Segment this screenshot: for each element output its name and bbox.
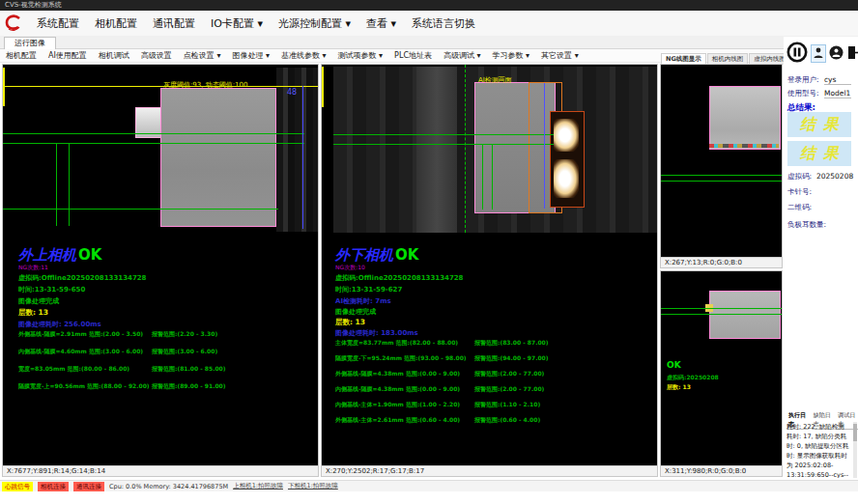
measurement-text: 宽度=83.05mm 范围:(80.00 - 86.00) xyxy=(18,365,129,372)
camera-canvas-left[interactable]: 48 灰度阈值:93, 动态阈值:100 外上相机OK NG次数:11 虚拟码:… xyxy=(3,65,318,467)
small-canvas-2[interactable]: OK 虚拟码:20250208 层数: 13 xyxy=(661,271,782,467)
tab-run-image[interactable]: 运行图像 xyxy=(4,37,56,49)
baseline-line xyxy=(661,314,782,315)
result-ok: OK xyxy=(78,246,101,264)
result-badge-2: 结果 xyxy=(787,141,851,166)
pause-button[interactable] xyxy=(786,42,808,66)
toolbar-camera-config[interactable]: 相机配置 xyxy=(0,50,43,61)
camera-name: 外上相机 xyxy=(18,246,76,264)
small-canvas-1[interactable] xyxy=(661,65,782,259)
edge-line-yellow xyxy=(322,67,324,107)
camera-view-lower-outer[interactable]: AI检测画面 外下相机OK NG次数:10 虚拟码:Offline2025020… xyxy=(321,64,658,477)
operator-button[interactable] xyxy=(829,45,844,63)
baseline-line-vertical xyxy=(492,144,493,210)
menu-item-io-config[interactable]: IO卡配置 ▾ xyxy=(203,14,271,34)
measurement-text: 主体宽度=83.77mm 范围:(82.00 - 88.00) xyxy=(335,339,458,346)
processing-done: 图像处理完成 xyxy=(18,296,59,306)
baseline-line xyxy=(333,134,554,135)
measurement-text: 内侧基线-主体=1.90mm 范围:(1.00 - 2.20) xyxy=(335,401,460,407)
log-scrollbar[interactable] xyxy=(853,422,857,478)
measurement-row: 内侧基线-隔膜=4.38mm 范围:(0.00 - 9.00) 报警范围:(2.… xyxy=(335,385,654,397)
baseline-line xyxy=(3,133,304,134)
camera-connection-badge: 相机连接 xyxy=(38,482,69,491)
baseline-line xyxy=(333,144,554,145)
comm-connection-badge: 通讯连接 xyxy=(73,482,104,491)
tab-strip: 运行图像 xyxy=(0,36,858,49)
threshold-label: 灰度阈值:93, 动态阈值:100 xyxy=(163,80,247,90)
model-value: Model1 xyxy=(824,89,851,98)
measurement-text: 外侧基线-主体=2.61mm 范围:(0.60 - 4.00) xyxy=(335,416,460,423)
login-user-label: 登录用户: xyxy=(787,75,819,85)
toolbar-baseline-params[interactable]: 基准线参数 ▾ xyxy=(275,50,332,61)
menu-item-view[interactable]: 查看 ▾ xyxy=(358,14,404,34)
layer-count: 层数: 13 xyxy=(18,308,48,318)
upper-camera-fault-link[interactable]: 上相机1:拍照故障 xyxy=(233,482,283,490)
toolbar-advanced-settings[interactable]: 高级设置 xyxy=(135,50,178,61)
camera-view-upper-outer[interactable]: 48 灰度阈值:93, 动态阈值:100 外上相机OK NG次数:11 虚拟码:… xyxy=(2,64,319,477)
measure-line-blue xyxy=(302,86,303,229)
baseline-line-vertical xyxy=(56,143,57,226)
measurement-row: 内侧基线-主体=1.90mm 范围:(1.00 - 2.20) 报警范围:(1.… xyxy=(335,401,654,412)
ai-view-label: AI检测画面 xyxy=(478,75,512,85)
qr-code-label: 二维码: xyxy=(787,203,812,212)
exit-button[interactable] xyxy=(846,45,858,63)
toolbar-spot-check[interactable]: 点检设置 ▾ xyxy=(178,50,227,61)
toolbar-test-params[interactable]: 测试项参数 ▾ xyxy=(332,50,389,61)
app-window: CVS-视觉检测系统 系统配置 相机配置 通讯配置 IO卡配置 ▾ 光源控制配置… xyxy=(0,0,858,504)
toolbar-camera-debug[interactable]: 相机调试 xyxy=(93,50,135,61)
result-badge-1: 结果 xyxy=(787,112,851,137)
lower-camera-fault-link[interactable]: 下相机1:拍照故障 xyxy=(288,482,338,490)
camera-result-title: 外上相机OK xyxy=(18,246,101,265)
menu-item-language-switch[interactable]: 系统语言切换 xyxy=(404,14,483,34)
measurement-row: 外侧基线-隔膜=2.91mm 范围:(2.00 - 3.50) 报警范围:(2.… xyxy=(18,330,308,342)
toolbar-advanced-debug[interactable]: 高级调试 ▾ xyxy=(438,50,487,61)
menu-item-camera-config[interactable]: 相机配置 xyxy=(87,14,145,34)
bright-band xyxy=(416,67,457,233)
toolbar-image-processing[interactable]: 图像处理 ▾ xyxy=(226,50,275,61)
capture-time: 时间:13-31-59-650 xyxy=(18,285,85,294)
alarm-range-text: 报警范围:(94.00 - 97.00) xyxy=(474,354,549,363)
camera-image-background xyxy=(276,68,318,232)
roi-rect-product xyxy=(709,291,781,339)
camera-name: 外下相机 xyxy=(335,246,393,264)
measurement-text: 外侧基线-隔膜=2.91mm 范围:(2.00 - 3.50) xyxy=(18,330,143,337)
menu-item-system-config[interactable]: 系统配置 xyxy=(29,14,87,34)
toolbar-learning-params[interactable]: 学习参数 ▾ xyxy=(487,50,536,61)
camera-result-title: 外下相机OK xyxy=(335,246,418,265)
titlebar: CVS-视觉检测系统 xyxy=(0,0,858,11)
pixel-readout-small-2: X:311;Y:980;R:0;G:0;B:0 xyxy=(661,465,782,476)
toolbar-other-settings[interactable]: 其它设置 ▾ xyxy=(535,50,585,61)
small-camera-view-2[interactable]: OK 虚拟码:20250208 层数: 13 X:311;Y:980;R:0;G… xyxy=(660,270,783,477)
log-scrollbar-thumb[interactable] xyxy=(853,424,857,441)
menu-item-light-config[interactable]: 光源控制配置 ▾ xyxy=(271,14,358,34)
measurement-text: 内侧基线-隔膜=4.38mm 范围:(0.00 - 9.00) xyxy=(335,385,460,392)
measurement-row: 主体宽度=83.77mm 范围:(82.00 - 88.00) 报警范围:(83… xyxy=(335,339,654,350)
virtual-code: 虚拟码:20250208 xyxy=(667,374,719,382)
small-camera-view-1[interactable]: X:267;Y:13;R:0;G:0;B:0 xyxy=(660,64,783,268)
layer-count: 层数: 13 xyxy=(335,318,365,327)
alarm-range-text: 报警范围:(2.00 - 77.00) xyxy=(474,385,544,394)
right-panel: 登录用户: cys 使用型号: Model1 总结果: 结果 结果 虚拟码: 2… xyxy=(784,37,858,479)
menu-item-comm-config[interactable]: 通讯配置 xyxy=(145,14,203,34)
alarm-range-text: 报警范围:(2.20 - 3.30) xyxy=(152,330,217,339)
alarm-range-text: 报警范围:(81.00 - 85.00) xyxy=(152,365,226,374)
camera-canvas-middle[interactable]: AI检测画面 外下相机OK NG次数:10 虚拟码:Offline2025020… xyxy=(322,65,657,467)
virtual-code: 虚拟码:Offline20250208133134728 xyxy=(18,273,147,283)
app-logo-icon xyxy=(4,14,23,32)
processing-done: 图像处理完成 xyxy=(335,307,376,317)
baseline-line xyxy=(661,181,782,182)
virtual-code-value: 20250208 xyxy=(816,172,853,181)
login-user-button[interactable] xyxy=(811,44,826,63)
cpu-memory-readout: Cpu: 0.0% Memory: 3424.41796875M xyxy=(109,483,228,490)
virtual-code: 虚拟码:Offline20250208133134728 xyxy=(335,273,464,283)
virtual-code-label: 虚拟码: xyxy=(787,172,812,182)
toolbar-plc-address[interactable]: PLC地址表 xyxy=(388,50,438,61)
roi-rect-product xyxy=(160,88,276,227)
alarm-range-text: 报警范围:(2.00 - 77.00) xyxy=(474,370,544,378)
measurement-text: 内侧基线-隔膜=4.60mm 范围:(3.00 - 6.00) xyxy=(18,348,143,354)
measurement-row: 隔膜宽度-下=95.24mm 范围:(93.00 - 98.00) 报警范围:(… xyxy=(335,354,654,366)
login-user-value: cys xyxy=(824,75,851,85)
toolbar-ai-usage-config[interactable]: AI使用配置 xyxy=(43,50,93,61)
measure-line-blue xyxy=(544,83,545,209)
alarm-range-text: 报警范围:(0.60 - 4.00) xyxy=(474,416,540,425)
